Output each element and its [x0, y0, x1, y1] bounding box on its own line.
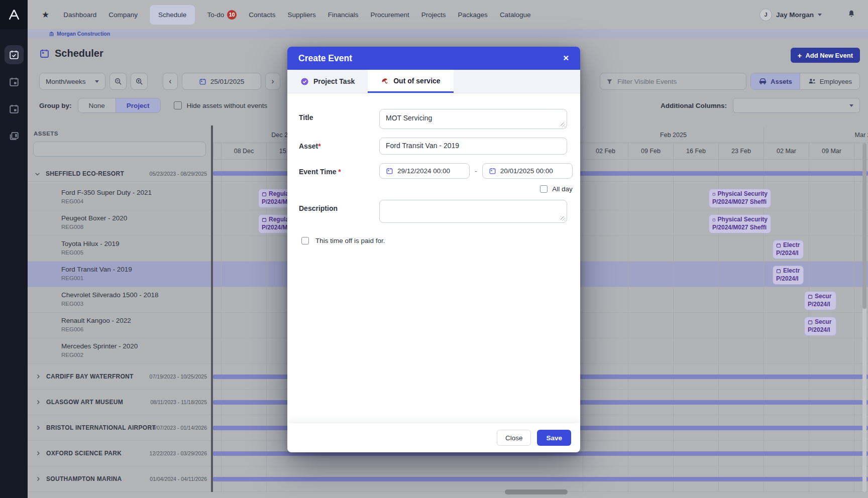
nav-item-financials[interactable]: Financials — [328, 11, 359, 19]
close-icon[interactable]: ✕ — [563, 54, 569, 63]
toggle-assets-label: Assets — [771, 78, 792, 85]
grid-line — [266, 160, 267, 492]
next-period-button[interactable]: › — [265, 73, 280, 90]
calendar-icon — [386, 167, 393, 175]
start-datetime-value: 29/12/2024 00:00 — [397, 167, 450, 175]
paid-time-off-label: This time off is paid for. — [315, 237, 385, 244]
asset-name: Mercedes Sprinter - 2020 — [61, 342, 138, 350]
asset-label: Asset* — [299, 138, 379, 155]
filter-visible-events-input[interactable]: Filter Visible Events — [600, 73, 746, 90]
panel-splitter[interactable] — [211, 126, 213, 492]
add-new-event-button[interactable]: + Add New Event — [791, 48, 860, 63]
nav-item-procurement[interactable]: Procurement — [371, 11, 409, 19]
horizontal-scrollbar-thumb[interactable] — [505, 489, 568, 494]
view-mode-select[interactable]: Month/weeks — [39, 73, 105, 90]
group-date-range: 07/19/2023 - 10/25/2025 — [150, 374, 207, 380]
chip-title: Electr — [783, 241, 800, 250]
group-date-range: 12/22/2023 - 03/29/2026 — [150, 450, 207, 456]
asset-name: Ford F-350 Super Duty - 2021 — [61, 189, 152, 196]
sidebar-item-scheduler[interactable] — [5, 45, 24, 64]
user-name: Jay Morgan — [776, 11, 814, 19]
close-button[interactable]: Close — [497, 430, 531, 446]
sidebar-item-boards[interactable] — [5, 127, 24, 146]
check-circle-icon — [300, 77, 309, 86]
nav-item-projects[interactable]: Projects — [421, 11, 446, 19]
nav-item-schedule[interactable]: Schedule — [150, 5, 195, 25]
end-datetime-input[interactable]: 20/01/2025 00:00 — [482, 163, 573, 179]
prev-period-button[interactable]: ‹ — [163, 73, 178, 90]
tab-out-of-service[interactable]: Out of service — [368, 70, 453, 93]
end-datetime-value: 20/01/2025 00:00 — [500, 167, 553, 175]
start-datetime-input[interactable]: 29/12/2024 00:00 — [379, 163, 470, 179]
add-new-event-label: Add New Event — [805, 52, 853, 59]
toggle-employees-label: Employees — [820, 78, 852, 85]
date-picker[interactable]: 25/01/2025 — [182, 73, 261, 90]
bell-icon — [847, 9, 856, 19]
notifications-bell[interactable] — [847, 9, 856, 21]
nav-item-catalogue[interactable]: Catalogue — [500, 11, 531, 19]
event-chip-physical-security[interactable]: Physical Security P/2024/M027 Sheffi — [709, 189, 771, 208]
project-span-bar — [213, 477, 868, 481]
additional-columns-select[interactable] — [733, 98, 860, 113]
chip-ref: P/2024/I — [808, 326, 830, 333]
calendar-icon — [489, 167, 496, 175]
description-textarea[interactable] — [379, 200, 567, 223]
nav-item-company[interactable]: Company — [108, 11, 138, 19]
event-chip-physical-security[interactable]: Physical Security P/2024/M027 Sheffi — [709, 214, 771, 233]
assets-search-input[interactable] — [33, 142, 206, 157]
group-by-none[interactable]: None — [78, 98, 116, 112]
all-day-checkbox[interactable] — [540, 185, 548, 193]
paid-time-off-checkbox[interactable] — [301, 237, 309, 244]
save-button[interactable]: Save — [537, 430, 571, 446]
event-chip-electrical[interactable]: Electr P/2024/I — [773, 266, 804, 285]
tab-project-task[interactable]: Project Task — [287, 70, 368, 93]
chip-ref: P/2024/M027 Sheffi — [712, 198, 767, 205]
calendar-check-icon — [9, 49, 20, 60]
nav-item-suppliers[interactable]: Suppliers — [287, 11, 315, 19]
event-chip-electrical[interactable]: Electr P/2024/I — [773, 240, 804, 259]
event-chip-security[interactable]: Secur P/2024/I — [804, 317, 836, 336]
chip-title: Physical Security — [718, 216, 768, 224]
nav-item-todo[interactable]: To-do 10 — [207, 10, 237, 20]
nav-item-contacts[interactable]: Contacts — [249, 11, 275, 19]
event-chip-security[interactable]: Secur P/2024/I — [804, 291, 836, 310]
asset-reg: REG006 — [61, 326, 83, 332]
hide-assets-checkbox[interactable] — [174, 101, 182, 109]
app-logo[interactable] — [0, 0, 28, 29]
hide-assets-label: Hide assets without events — [187, 102, 268, 109]
favorite-star-icon[interactable]: ★ — [42, 10, 49, 20]
scheduler-calendar-icon — [39, 48, 50, 59]
vertical-scrollbar-thumb[interactable] — [862, 143, 866, 309]
zoom-in-button[interactable] — [131, 73, 148, 90]
chip-ref: P/2024/M027 Sheffi — [712, 224, 767, 231]
building-icon — [49, 31, 54, 37]
chevron-right-icon — [35, 374, 41, 380]
toggle-employees[interactable]: Employees — [800, 73, 859, 89]
resize-handle-icon[interactable] — [561, 216, 565, 221]
nav-item-dashboard[interactable]: Dashboard — [63, 11, 96, 19]
nav-item-packages[interactable]: Packages — [458, 11, 488, 19]
all-day-label: All day — [552, 185, 573, 193]
nav-item-todo-label: To-do — [207, 11, 224, 19]
event-time-label: Event Time * — [299, 163, 379, 193]
resize-handle-icon[interactable] — [561, 122, 565, 127]
chip-ref: P/2024/I — [776, 250, 799, 257]
toggle-assets[interactable]: Assets — [751, 73, 800, 89]
sidebar-item-calendar-2[interactable] — [5, 99, 24, 118]
grid-line — [221, 160, 222, 492]
date-picker-value: 25/01/2025 — [210, 78, 245, 85]
zoom-out-button[interactable] — [110, 73, 127, 90]
chip-ref: P/2024/M — [262, 224, 287, 231]
calendar-event-icon — [9, 76, 20, 87]
asset-input[interactable]: Ford Transit Van - 2019 — [379, 138, 567, 155]
chip-ref: P/2024/M — [262, 198, 287, 205]
user-menu[interactable]: J Jay Morgan — [759, 9, 822, 21]
group-by-project[interactable]: Project — [116, 98, 160, 112]
breadcrumb-company[interactable]: Morgan Construction — [57, 31, 110, 37]
asset-reg: REG004 — [61, 198, 83, 204]
title-input[interactable]: MOT Servicing — [379, 109, 567, 129]
sidebar-item-calendar-1[interactable] — [5, 72, 24, 91]
additional-columns-label: Additional Columns: — [661, 102, 727, 109]
week-cell: 09 Mar — [809, 143, 854, 160]
group-name: OXFORD SCIENCE PARK — [46, 450, 122, 457]
